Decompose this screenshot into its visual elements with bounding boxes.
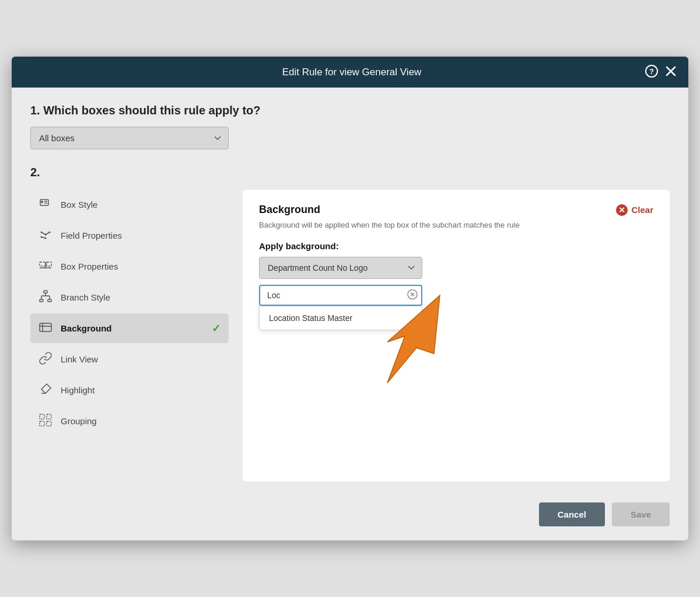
panel-title: Background [259,204,320,216]
sidebar-item-branch-style[interactable]: Branch Style [30,282,229,312]
arrow-svg [306,284,481,389]
highlight-icon [38,382,52,398]
svg-rect-32 [47,414,51,419]
cancel-button[interactable]: Cancel [539,502,605,526]
right-panel-wrapper: Background ✕ Clear Background will be ap… [243,190,670,481]
sidebar-item-box-style-label: Box Style [61,200,97,210]
edit-rule-dialog: Edit Rule for view General View ? 1. Whi… [12,57,688,540]
sidebar-item-highlight-label: Highlight [61,385,94,395]
right-panel: Background ✕ Clear Background will be ap… [243,190,670,481]
header-icons: ? [645,65,677,79]
clear-label: Clear [631,205,653,215]
sidebar: Box Style [30,190,229,437]
dialog-header: Edit Rule for view General View ? [12,57,688,88]
arrow-annotation-area [259,330,653,400]
apply-label: Apply background: [259,241,653,251]
branch-style-icon [38,289,52,305]
sidebar-item-branch-style-label: Branch Style [61,292,110,302]
sidebar-item-background[interactable]: Background ✓ [30,313,229,343]
sidebar-item-grouping-label: Grouping [61,416,97,426]
sidebar-item-box-properties-label: Box Properties [61,261,118,271]
svg-line-15 [41,237,46,238]
svg-line-11 [41,232,46,235]
clear-button[interactable]: ✕ Clear [616,204,653,216]
sidebar-item-box-style[interactable]: Box Style [30,190,229,219]
dialog-body: 1. Which boxes should this rule apply to… [12,88,688,493]
box-style-icon [38,197,52,212]
section1-title: 1. Which boxes should this rule apply to… [30,104,670,117]
svg-rect-21 [40,299,43,302]
dialog-title: Edit Rule for view General View [58,67,645,78]
background-checkmark: ✓ [212,322,220,335]
boxes-dropdown[interactable]: All boxes Selected boxes Root box only [30,127,229,149]
sidebar-item-box-properties[interactable]: Box Properties [30,252,229,281]
svg-rect-27 [40,323,51,331]
sidebar-item-link-view[interactable]: Link View [30,344,229,374]
field-properties-icon [38,228,52,243]
link-view-icon [38,351,52,367]
svg-rect-34 [47,421,51,426]
svg-text:?: ? [649,67,654,76]
save-button: Save [612,502,670,526]
panel-subtitle: Background will be applied when the top … [259,221,653,229]
box-properties-icon [38,259,52,274]
panel-header: Background ✕ Clear [259,204,653,216]
grouping-icon [38,413,52,429]
help-icon[interactable]: ? [645,65,658,79]
sidebar-item-link-view-label: Link View [61,354,98,364]
sidebar-item-field-properties-label: Field Properties [61,231,122,240]
svg-rect-33 [40,421,44,426]
close-icon[interactable] [665,65,677,79]
svg-rect-31 [40,414,44,419]
section2-label: 2. [30,166,670,179]
svg-line-12 [46,232,50,235]
svg-point-5 [41,201,43,203]
sidebar-item-field-properties[interactable]: Field Properties [30,221,229,250]
svg-rect-22 [48,299,51,302]
svg-rect-17 [47,262,51,266]
background-icon [38,320,52,336]
clear-icon: ✕ [616,204,628,216]
sidebar-item-background-label: Background [61,323,112,333]
svg-rect-20 [44,291,47,293]
svg-marker-38 [387,295,440,383]
sidebar-item-highlight[interactable]: Highlight [30,375,229,405]
apply-background-dropdown[interactable]: Department Count No Logo [259,257,422,279]
svg-rect-16 [40,262,46,266]
main-content: Box Style [30,190,670,481]
dialog-footer: Cancel Save [12,493,688,540]
sidebar-item-grouping[interactable]: Grouping [30,406,229,436]
